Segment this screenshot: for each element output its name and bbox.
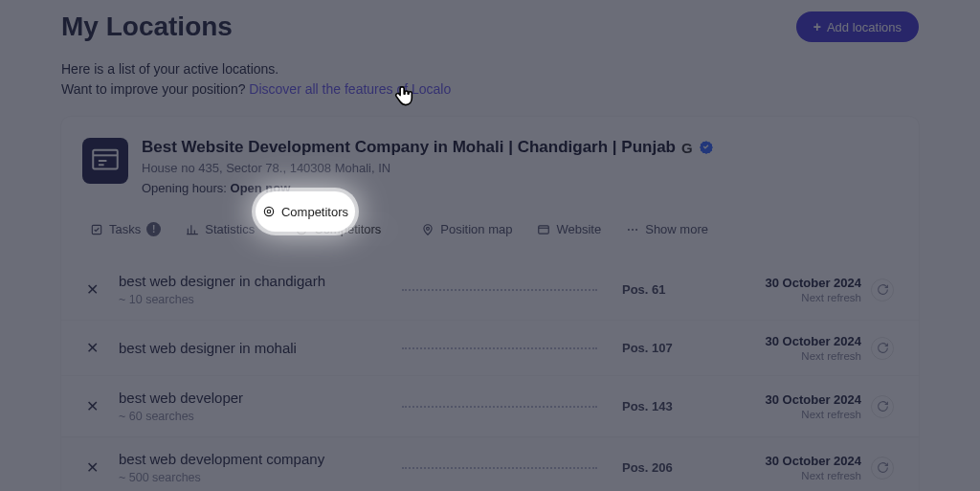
svg-point-10 [628, 229, 630, 231]
plus-icon: + [813, 19, 821, 34]
keyword-searches: ~ 10 searches [119, 293, 377, 306]
discover-link[interactable]: Discover all the features of Localo [249, 81, 451, 97]
refresh-icon[interactable] [871, 337, 894, 360]
svg-point-5 [298, 225, 306, 234]
svg-point-11 [632, 229, 634, 231]
tab-tasks-label: Tasks [109, 222, 141, 236]
tab-competitors[interactable]: Competitors [278, 212, 398, 246]
tasks-alert-badge: ! [146, 222, 161, 236]
refresh-icon[interactable] [871, 395, 894, 418]
keyword-date: 30 October 2024 [766, 454, 861, 468]
subheading-line1: Here is a list of your active locations. [61, 59, 919, 79]
keyword-date: 30 October 2024 [766, 334, 861, 348]
row-divider [402, 406, 597, 408]
dots-icon [626, 223, 639, 236]
next-refresh-label: Next refresh [766, 350, 861, 362]
opening-hours-label: Opening hours: [142, 181, 231, 195]
svg-rect-0 [93, 150, 118, 169]
location-card: Best Website Development Company in Moha… [61, 117, 919, 491]
row-divider [402, 347, 597, 349]
verified-badge-icon [699, 140, 714, 155]
tab-website-label: Website [556, 222, 601, 236]
svg-point-12 [635, 229, 637, 231]
tab-statistics-label: Statistics [205, 222, 255, 236]
map-pin-icon [421, 223, 434, 236]
keyword-text: best web designer in mohali [119, 340, 377, 356]
subheading: Here is a list of your active locations.… [61, 59, 919, 100]
page-title: My Locations [61, 11, 233, 42]
keyword-row: ✕ best web development company ~ 500 sea… [61, 436, 919, 491]
remove-keyword-button[interactable]: ✕ [82, 339, 101, 357]
keyword-position: Pos. 206 [622, 460, 699, 475]
keyword-position: Pos. 143 [622, 399, 699, 413]
keyword-text: best web designer in chandigarh [119, 273, 377, 289]
svg-rect-8 [539, 225, 549, 233]
keyword-date: 30 October 2024 [766, 392, 861, 407]
keyword-date: 30 October 2024 [766, 276, 861, 290]
window-icon [537, 223, 550, 236]
tabs: Tasks ! Statistics Competitors Position [61, 195, 919, 259]
bar-chart-icon [186, 223, 199, 236]
remove-keyword-button[interactable]: ✕ [82, 280, 101, 299]
add-locations-label: Add locations [827, 20, 902, 34]
tab-show-more[interactable]: Show more [624, 216, 710, 242]
keyword-row: ✕ best web designer in mohali Pos. 107 3… [61, 320, 919, 375]
keyword-row: ✕ best web designer in chandigarh ~ 10 s… [61, 259, 919, 320]
location-address: House no 435, Sector 78., 140308 Mohali,… [142, 161, 714, 175]
next-refresh-label: Next refresh [766, 409, 861, 420]
checklist-icon [90, 223, 103, 236]
tab-website[interactable]: Website [535, 216, 603, 242]
keyword-searches: ~ 60 searches [119, 410, 377, 423]
keyword-row: ✕ best web developer ~ 60 searches Pos. … [61, 375, 919, 436]
tab-statistics[interactable]: Statistics [184, 216, 256, 242]
remove-keyword-button[interactable]: ✕ [82, 397, 101, 415]
subheading-line2-prefix: Want to improve your position? [61, 81, 249, 97]
keyword-position: Pos. 61 [622, 282, 699, 297]
location-title: Best Website Development Company in Moha… [142, 138, 676, 157]
keyword-position: Pos. 107 [622, 341, 699, 355]
location-thumbnail [82, 138, 128, 184]
refresh-icon[interactable] [871, 457, 894, 480]
tab-show-more-label: Show more [645, 222, 708, 236]
tab-competitors-label: Competitors [314, 222, 381, 236]
tab-position-map-label: Position map [440, 222, 512, 236]
add-locations-button[interactable]: + Add locations [796, 11, 919, 42]
tab-position-map[interactable]: Position map [419, 216, 514, 242]
google-badge-icon: G [681, 140, 693, 156]
row-divider [402, 289, 597, 291]
open-now-status: Open now [231, 181, 291, 195]
next-refresh-label: Next refresh [766, 470, 861, 481]
svg-point-7 [427, 227, 430, 230]
next-refresh-label: Next refresh [766, 292, 861, 303]
row-divider [402, 467, 597, 469]
keyword-searches: ~ 500 searches [119, 471, 377, 484]
tab-tasks[interactable]: Tasks ! [88, 216, 163, 242]
keyword-text: best web development company [119, 451, 377, 467]
keyword-text: best web developer [119, 390, 377, 406]
remove-keyword-button[interactable]: ✕ [82, 458, 101, 477]
svg-point-6 [301, 228, 304, 232]
keyword-list: ✕ best web designer in chandigarh ~ 10 s… [61, 259, 919, 491]
refresh-icon[interactable] [871, 279, 894, 301]
target-icon [295, 223, 308, 236]
